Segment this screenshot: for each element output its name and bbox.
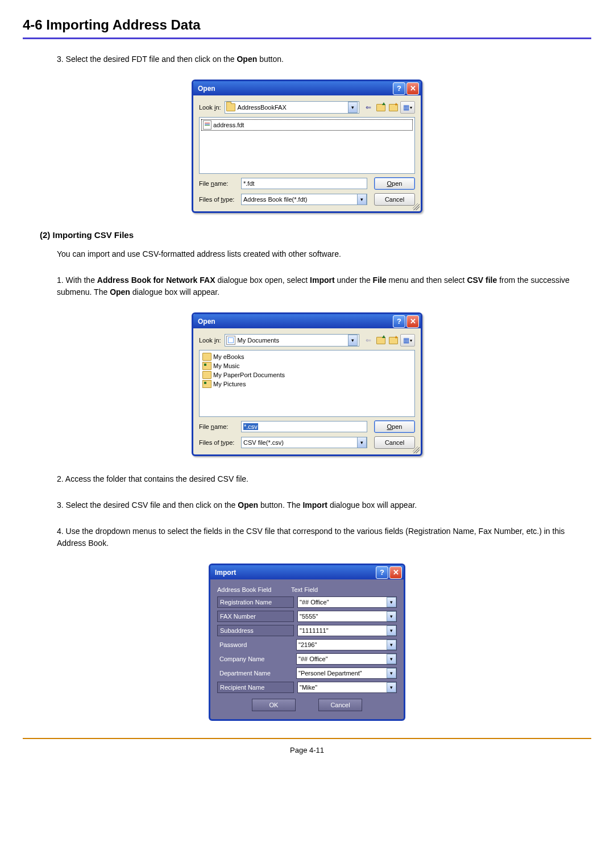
field-select-company-name[interactable]: "## Office" (296, 653, 397, 665)
filetype-label: Files of type: (199, 439, 238, 446)
close-icon[interactable]: ✕ (406, 315, 419, 328)
dropdown-arrow-icon[interactable] (357, 194, 367, 205)
up-one-level-icon[interactable] (375, 102, 387, 113)
file-list-area[interactable]: My eBooks My Music My PaperPort Document… (199, 350, 415, 417)
help-icon[interactable]: ? (393, 315, 405, 328)
field-select-fax-number[interactable]: "5555" (297, 611, 397, 622)
field-select-subaddress[interactable]: "1111111" (297, 625, 397, 636)
dropdown-arrow-icon[interactable] (348, 335, 358, 346)
folder-item-label: My Pictures (213, 381, 246, 387)
folder-item-label: My PaperPort Documents (213, 372, 285, 378)
import-header: Address Book Field Text Field (217, 586, 397, 593)
section-title: 4-6 Importing Address Data (23, 17, 591, 33)
filetype-select[interactable]: Address Book file(*.fdt) (241, 194, 367, 205)
dropdown-arrow-icon[interactable] (387, 668, 396, 678)
filetype-select[interactable]: CSV file(*.csv) (241, 437, 367, 448)
horizontal-rule (23, 37, 591, 39)
instruction-step-3b: 3. Select the desired CSV file and then … (57, 499, 591, 511)
file-item-label: address.fdt (213, 122, 244, 128)
lookin-toolbar (363, 334, 415, 347)
field-label-department-name: Department Name (217, 668, 293, 678)
open-button[interactable]: Open (374, 177, 415, 190)
close-icon[interactable]: ✕ (389, 566, 402, 579)
subsection-title: (2) Importing CSV Files (40, 230, 591, 240)
document-icon (203, 120, 211, 130)
lookin-select[interactable]: My Documents (225, 334, 359, 347)
pictures-folder-icon (202, 380, 211, 388)
folder-item-label: My Music (213, 362, 239, 369)
field-label-registration-name: Registration Name (217, 596, 294, 608)
filetype-value: Address Book file(*.fdt) (243, 196, 308, 203)
folder-item[interactable]: My PaperPort Documents (201, 370, 413, 379)
folder-item-label: My eBooks (213, 353, 244, 360)
lookin-label: Look in: (199, 104, 221, 111)
field-label-password: Password (217, 640, 293, 650)
dropdown-arrow-icon[interactable] (348, 102, 358, 113)
dropdown-arrow-icon[interactable] (357, 437, 367, 448)
open-dialog-fdt: Open ? ✕ Look in: AddressBookFAX (192, 80, 422, 213)
dialog-title: Open (198, 85, 392, 93)
instruction-step-3: 3. Select the desired FDT file and then … (57, 53, 591, 65)
filename-label: File name: (199, 423, 238, 430)
folder-item[interactable]: My Music (201, 361, 413, 370)
dropdown-arrow-icon[interactable] (387, 625, 396, 636)
file-list-area[interactable]: address.fdt (199, 117, 415, 174)
folder-item[interactable]: My Pictures (201, 379, 413, 389)
filename-input[interactable]: *.csv (241, 421, 367, 432)
instruction-step-1: 1. With the Address Book for Network FAX… (57, 274, 591, 298)
filename-label: File name: (199, 180, 238, 187)
new-folder-icon[interactable] (388, 335, 399, 346)
filetype-label: Files of type: (199, 196, 238, 203)
lookin-folder-name: AddressBookFAX (238, 104, 287, 111)
lookin-toolbar (363, 101, 415, 114)
filetype-value: CSV file(*.csv) (243, 439, 284, 446)
dropdown-arrow-icon[interactable] (387, 682, 396, 692)
field-select-department-name[interactable]: "Personel Department" (296, 667, 397, 679)
field-label-company-name: Company Name (217, 654, 293, 664)
dialog-title: Open (198, 318, 392, 326)
dropdown-arrow-icon[interactable] (387, 611, 396, 621)
titlebar[interactable]: Open ? ✕ (193, 81, 421, 95)
import-header-left: Address Book Field (217, 586, 291, 593)
ok-button[interactable]: OK (252, 699, 296, 711)
view-menu-icon[interactable] (400, 101, 415, 114)
titlebar[interactable]: Open ? ✕ (193, 314, 421, 328)
instruction-step-2b: 2. Access the folder that contains the d… (57, 473, 591, 485)
cancel-button[interactable]: Cancel (318, 699, 362, 711)
up-one-level-icon[interactable] (375, 335, 387, 346)
dropdown-arrow-icon[interactable] (387, 597, 396, 607)
folder-item[interactable]: My eBooks (201, 352, 413, 361)
cancel-button[interactable]: Cancel (374, 193, 415, 206)
field-select-recipient-name[interactable]: "Mike" (297, 682, 397, 693)
close-icon[interactable]: ✕ (406, 82, 419, 95)
lookin-select[interactable]: AddressBookFAX (225, 101, 359, 114)
lookin-label: Look in: (199, 337, 221, 344)
open-button[interactable]: Open (374, 420, 415, 433)
instruction-step-4: 4. Use the dropdown menus to select the … (57, 525, 591, 549)
back-icon[interactable] (363, 335, 374, 346)
field-label-subaddress: Subaddress (217, 625, 294, 636)
back-icon[interactable] (363, 102, 374, 113)
folder-icon (226, 103, 235, 111)
cancel-button[interactable]: Cancel (374, 436, 415, 449)
music-folder-icon (202, 362, 211, 370)
import-dialog: Import ? ✕ Address Book Field Text Field… (209, 564, 405, 721)
field-select-registration-name[interactable]: "## Office" (297, 596, 397, 608)
titlebar[interactable]: Import ? ✕ (210, 565, 404, 579)
help-icon[interactable]: ? (393, 82, 405, 95)
new-folder-icon[interactable] (388, 102, 399, 113)
lookin-folder-name: My Documents (238, 337, 279, 344)
open-dialog-csv: Open ? ✕ Look in: My Documents (192, 312, 422, 456)
folder-icon (202, 353, 211, 361)
file-item[interactable]: address.fdt (201, 119, 413, 131)
help-icon[interactable]: ? (376, 566, 388, 579)
dialog-title: Import (215, 569, 375, 577)
page-number: Page 4-11 (23, 746, 591, 754)
filename-input[interactable]: *.fdt (241, 178, 367, 189)
dropdown-arrow-icon[interactable] (387, 640, 396, 650)
dropdown-arrow-icon[interactable] (387, 654, 396, 664)
my-documents-icon (226, 336, 235, 345)
field-select-password[interactable]: "2196" (296, 639, 397, 650)
folder-icon (202, 371, 211, 379)
view-menu-icon[interactable] (400, 334, 415, 347)
